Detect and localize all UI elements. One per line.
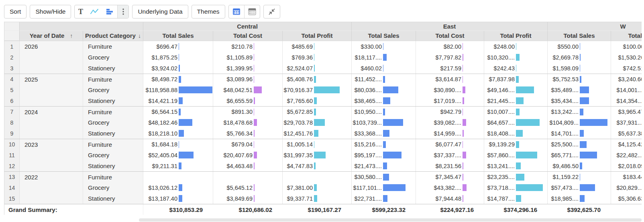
measure-cell[interactable]: $14,701.... (548, 128, 611, 139)
measure-cell[interactable]: $183.44 (611, 172, 642, 182)
category-cell[interactable]: Furniture (83, 74, 143, 84)
measure-cell[interactable]: $3,924.02 (143, 63, 213, 74)
measure-cell[interactable] (143, 172, 213, 182)
line-chart-button[interactable] (87, 5, 102, 18)
measure-cell[interactable]: $8,231.56 (416, 160, 484, 171)
measure-cell[interactable] (213, 172, 283, 182)
measure-cell[interactable]: $100.00 (611, 41, 642, 52)
collapse-button[interactable] (263, 5, 280, 18)
measure-cell[interactable]: $18,117.... (352, 52, 416, 63)
year-cell[interactable] (20, 63, 83, 74)
category-cell[interactable]: Stationery (83, 128, 143, 139)
year-cell[interactable] (20, 150, 83, 160)
measure-cell[interactable]: $891.30 (213, 107, 283, 117)
measure-cell[interactable]: $15,216.... (352, 139, 416, 150)
measure-cell[interactable] (283, 172, 352, 182)
measure-cell[interactable]: $37,931.... (611, 117, 642, 128)
measure-cell[interactable]: $1,598.09 (548, 63, 611, 74)
year-cell[interactable] (20, 182, 83, 193)
column-header-measure[interactable]: Total Cost (213, 31, 283, 41)
measure-cell[interactable]: $13,242.... (548, 107, 611, 117)
measure-cell[interactable]: $10,007.... (484, 107, 548, 117)
measure-cell[interactable]: $21,473.... (352, 160, 416, 171)
measure-cell[interactable]: $769.36 (283, 52, 352, 63)
measure-cell[interactable]: $13,026.12 (143, 182, 213, 193)
column-header-category[interactable]: Product Category↓ (83, 31, 143, 41)
horizontal-scrollbar[interactable] (139, 218, 642, 222)
year-cell[interactable] (20, 193, 83, 204)
measure-cell[interactable]: $3,965.47 (611, 107, 642, 117)
measure-cell[interactable]: $5,637.38 (611, 128, 642, 139)
measure-cell[interactable]: $6,077.47 (416, 139, 484, 150)
measure-cell[interactable]: $5,306.63 (611, 193, 642, 204)
column-header-measure[interactable]: Total Profit (484, 31, 548, 41)
measure-cell[interactable]: $1,399.95 (213, 63, 283, 74)
measure-cell[interactable]: $460.02 (352, 63, 416, 74)
measure-cell[interactable]: $4,463.48 (213, 160, 283, 171)
measure-cell[interactable]: $35,489.... (548, 84, 611, 95)
measure-cell[interactable]: $80,036.... (352, 84, 416, 95)
measure-cell[interactable]: $13,187.40 (143, 193, 213, 204)
year-cell[interactable]: 2023 (20, 139, 83, 150)
measure-cell[interactable]: $2,669.78 (548, 52, 611, 63)
measure-cell[interactable]: $9,486.50 (548, 160, 611, 171)
measure-cell[interactable]: $9,337.71 (283, 193, 352, 204)
data-bars-button[interactable] (102, 5, 117, 18)
category-cell[interactable]: Furniture (83, 41, 143, 52)
measure-cell[interactable]: $14,421.19 (143, 95, 213, 106)
category-cell[interactable]: Stationery (83, 63, 143, 74)
category-cell[interactable]: Furniture (83, 172, 143, 182)
year-cell[interactable]: 2026 (20, 41, 83, 52)
year-cell[interactable]: 2024 (20, 107, 83, 117)
pivot-view-button[interactable] (244, 5, 260, 18)
measure-cell[interactable]: $1,684.18 (143, 139, 213, 150)
measure-cell[interactable]: $242.43 (484, 63, 548, 74)
measure-cell[interactable]: $38,465.... (352, 95, 416, 106)
year-cell[interactable] (20, 84, 83, 95)
measure-cell[interactable]: $10,950.... (352, 107, 416, 117)
column-header-measure[interactable]: Total Cost (416, 31, 484, 41)
measure-cell[interactable]: $118,958.88 (143, 84, 213, 95)
category-cell[interactable]: Stationery (83, 193, 143, 204)
measure-cell[interactable]: $5,672.85 (283, 107, 352, 117)
measure-cell[interactable]: $35,434.... (548, 95, 611, 106)
measure-cell[interactable]: $9,211.31 (143, 160, 213, 171)
column-header-measure[interactable]: Total Sales (143, 31, 213, 41)
measure-cell[interactable]: $57,473.... (548, 182, 611, 193)
category-cell[interactable]: Grocery (83, 182, 143, 193)
measure-cell[interactable]: $14,354.... (611, 95, 642, 106)
measure-cell[interactable]: $18,408.... (484, 128, 548, 139)
measure-cell[interactable]: $4,747.83 (283, 160, 352, 171)
measure-cell[interactable]: $3,089.96 (213, 74, 283, 84)
category-cell[interactable]: Grocery (83, 117, 143, 128)
measure-cell[interactable]: $3,614.87 (416, 74, 484, 84)
measure-cell[interactable]: $30,890.... (416, 84, 484, 95)
measure-cell[interactable]: $10,320.... (484, 52, 548, 63)
measure-cell[interactable]: $9,139.29 (484, 139, 548, 150)
underlying-data-button[interactable]: Underlying Data (132, 5, 188, 18)
measure-cell[interactable]: $5,645.12 (213, 182, 283, 193)
measure-cell[interactable]: $2,524.07 (283, 63, 352, 74)
measure-cell[interactable]: $5,766.34 (213, 128, 283, 139)
measure-cell[interactable]: $57,860.... (484, 150, 548, 160)
measure-cell[interactable]: $8,498.72 (143, 74, 213, 84)
measure-cell[interactable]: $49,146.... (484, 84, 548, 95)
text-format-button[interactable]: T (75, 5, 87, 18)
sort-button[interactable]: Sort (4, 5, 26, 18)
category-cell[interactable]: Furniture (83, 139, 143, 150)
measure-cell[interactable]: $12,451.76 (283, 128, 352, 139)
measure-cell[interactable]: $210.78 (213, 41, 283, 52)
measure-cell[interactable]: $43,382.... (416, 182, 484, 193)
measure-cell[interactable]: $29,703.78 (283, 117, 352, 128)
region-group-header-central[interactable]: Central (143, 22, 352, 31)
measure-cell[interactable]: $18,985.... (548, 193, 611, 204)
column-header-measure[interactable]: Total Profit (283, 31, 352, 41)
measure-cell[interactable]: $33,368.... (352, 128, 416, 139)
year-cell[interactable] (20, 128, 83, 139)
measure-cell[interactable]: $117,101... (352, 182, 416, 193)
region-group-header-east[interactable]: East (352, 22, 548, 31)
category-cell[interactable]: Stationery (83, 95, 143, 106)
measure-cell[interactable]: $3,849.69 (213, 193, 283, 204)
year-cell[interactable] (20, 117, 83, 128)
measure-cell[interactable]: $14,787.... (484, 193, 548, 204)
